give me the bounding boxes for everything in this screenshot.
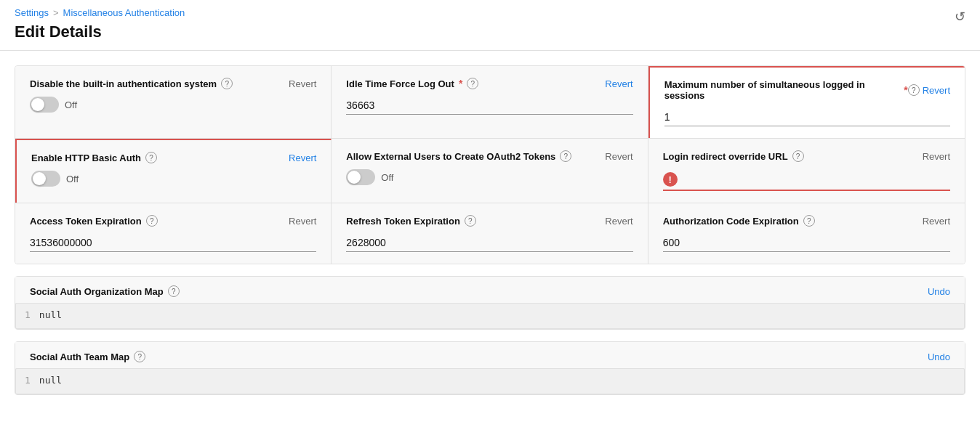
- help-icon-max-sessions[interactable]: ?: [908, 84, 920, 96]
- field-header-login-redirect: Login redirect override URL ? Revert: [663, 150, 950, 162]
- error-underline: [663, 190, 950, 191]
- help-icon-ext-oauth2[interactable]: ?: [560, 150, 571, 162]
- revert-refresh-token[interactable]: Revert: [605, 216, 632, 227]
- social-auth-org-editor[interactable]: 1 null: [15, 303, 965, 329]
- toggle-knob-http-basic: [33, 172, 46, 185]
- revert-idle-time[interactable]: Revert: [605, 78, 632, 89]
- field-allow-external-oauth2: Allow External Users to Create OAuth2 To…: [332, 139, 648, 203]
- field-header-access-token: Access Token Expiration ? Revert: [30, 215, 316, 227]
- toggle-label-ext-oauth2: Off: [381, 172, 393, 183]
- input-auth-code[interactable]: [663, 234, 950, 252]
- code-value-social-team: null: [39, 375, 62, 388]
- help-icon-auth-code[interactable]: ?: [803, 215, 815, 227]
- toggle-disable-builtin[interactable]: [30, 97, 59, 113]
- page-container: Settings > Miscellaneous Authentication …: [0, 0, 980, 443]
- toggle-wrapper-ext-oauth2: Off: [346, 169, 632, 185]
- label-social-org: Social Auth Organization Map: [30, 286, 164, 297]
- exclamation-symbol: !: [668, 174, 671, 185]
- label-group-disable-builtin: Disable the built-in authentication syst…: [30, 78, 233, 89]
- field-http-basic-auth: Enable HTTP Basic Auth ? Revert Off: [15, 139, 332, 203]
- label-group-ext-oauth2: Allow External Users to Create OAuth2 To…: [346, 150, 571, 162]
- required-star-idle-time: *: [459, 78, 462, 89]
- help-icon-social-team[interactable]: ?: [134, 351, 145, 362]
- field-header-max-sessions: Maximum number of simultaneous logged in…: [664, 79, 950, 101]
- row1-container: Disable the built-in authentication syst…: [15, 65, 965, 264]
- page-title: Edit Details: [15, 23, 965, 41]
- label-max-sessions: Maximum number of simultaneous logged in…: [664, 79, 900, 101]
- help-icon-access-token[interactable]: ?: [146, 215, 158, 227]
- toggle-ext-oauth2[interactable]: [346, 169, 375, 185]
- toggle-http-basic[interactable]: [31, 171, 60, 187]
- field-header-auth-code: Authorization Code Expiration ? Revert: [663, 215, 950, 227]
- revert-access-token[interactable]: Revert: [289, 216, 316, 227]
- help-icon-social-org[interactable]: ?: [168, 285, 180, 297]
- label-access-token: Access Token Expiration: [30, 216, 142, 227]
- field-header-ext-oauth2: Allow External Users to Create OAuth2 To…: [346, 150, 632, 162]
- label-group-access-token: Access Token Expiration ?: [30, 215, 158, 227]
- field-login-redirect: Login redirect override URL ? Revert !: [648, 139, 965, 203]
- social-auth-team-body: 1 null: [15, 368, 965, 394]
- field-header-disable-builtin: Disable the built-in authentication syst…: [30, 78, 316, 89]
- revert-auth-code[interactable]: Revert: [923, 216, 950, 227]
- label-auth-code: Authorization Code Expiration: [663, 216, 799, 227]
- undo-social-team[interactable]: Undo: [928, 351, 950, 362]
- breadcrumb-separator: >: [53, 7, 59, 18]
- breadcrumb-settings-link[interactable]: Settings: [15, 7, 49, 18]
- label-login-redirect: Login redirect override URL: [663, 151, 788, 162]
- revert-http-basic[interactable]: Revert: [289, 153, 316, 163]
- social-auth-team-header: Social Auth Team Map ? Undo: [15, 342, 965, 368]
- history-icon[interactable]: ↺: [955, 9, 965, 25]
- social-auth-team-map-section: Social Auth Team Map ? Undo 1 null: [15, 341, 965, 395]
- exclamation-icon: !: [663, 172, 678, 187]
- label-refresh-token: Refresh Token Expiration: [346, 216, 460, 227]
- label-idle-time: Idle Time Force Log Out: [346, 78, 454, 89]
- label-http-basic: Enable HTTP Basic Auth: [31, 153, 141, 163]
- help-icon-http-basic[interactable]: ?: [145, 152, 157, 163]
- toggle-wrapper-http-basic: Off: [31, 171, 316, 187]
- social-auth-org-header: Social Auth Organization Map ? Undo: [15, 277, 965, 303]
- help-icon-disable-builtin[interactable]: ?: [221, 78, 233, 89]
- label-group-max-sessions: Maximum number of simultaneous logged in…: [664, 79, 908, 101]
- toggle-knob-ext-oauth2: [348, 171, 361, 184]
- label-group-login-redirect: Login redirect override URL ?: [663, 150, 804, 162]
- undo-social-org[interactable]: Undo: [928, 286, 950, 297]
- revert-ext-oauth2[interactable]: Revert: [605, 151, 632, 162]
- label-group-http-basic: Enable HTTP Basic Auth ?: [31, 152, 157, 163]
- field-refresh-token-exp: Refresh Token Expiration ? Revert: [332, 203, 648, 264]
- row1: Disable the built-in authentication syst…: [15, 66, 965, 138]
- help-icon-login-redirect[interactable]: ?: [792, 150, 804, 162]
- revert-max-sessions[interactable]: Revert: [923, 85, 950, 96]
- label-social-team: Social Auth Team Map: [30, 351, 129, 362]
- revert-disable-builtin[interactable]: Revert: [289, 78, 316, 89]
- field-header-idle-time: Idle Time Force Log Out * ? Revert: [346, 78, 632, 89]
- social-auth-team-editor[interactable]: 1 null: [15, 368, 965, 394]
- field-disable-builtin-auth: Disable the built-in authentication syst…: [15, 66, 332, 138]
- field-idle-time-logout: Idle Time Force Log Out * ? Revert: [332, 66, 648, 138]
- help-icon-idle-time[interactable]: ?: [467, 78, 478, 89]
- input-refresh-token[interactable]: [346, 234, 632, 252]
- field-access-token-exp: Access Token Expiration ? Revert: [15, 203, 332, 264]
- row3: Access Token Expiration ? Revert Refresh…: [15, 203, 965, 264]
- toggle-label-http-basic: Off: [66, 174, 79, 184]
- breadcrumb-current: Miscellaneous Authentication: [63, 7, 185, 18]
- field-header-refresh-token: Refresh Token Expiration ? Revert: [346, 215, 632, 227]
- revert-group-max-sessions: ? Revert: [908, 84, 950, 96]
- label-group-refresh-token: Refresh Token Expiration ?: [346, 215, 476, 227]
- toggle-label-disable-builtin: Off: [65, 99, 77, 110]
- main-content: Disable the built-in authentication syst…: [0, 51, 980, 421]
- input-idle-time[interactable]: [346, 97, 632, 115]
- row2: Enable HTTP Basic Auth ? Revert Off: [15, 138, 965, 203]
- label-group-auth-code: Authorization Code Expiration ?: [663, 215, 815, 227]
- help-icon-refresh-token[interactable]: ?: [465, 215, 476, 227]
- field-auth-code-exp: Authorization Code Expiration ? Revert: [648, 203, 965, 264]
- input-access-token[interactable]: [30, 234, 316, 252]
- label-group-social-team: Social Auth Team Map ?: [30, 351, 145, 362]
- input-max-sessions[interactable]: [664, 108, 950, 126]
- social-auth-org-map-section: Social Auth Organization Map ? Undo 1 nu…: [15, 276, 965, 330]
- toggle-knob-disable-builtin: [31, 98, 44, 111]
- toggle-wrapper-disable-builtin: Off: [30, 97, 316, 113]
- revert-login-redirect[interactable]: Revert: [923, 151, 950, 162]
- line-number-social-team: 1: [25, 375, 31, 388]
- line-number-social-org: 1: [25, 309, 31, 322]
- social-auth-org-body: 1 null: [15, 303, 965, 329]
